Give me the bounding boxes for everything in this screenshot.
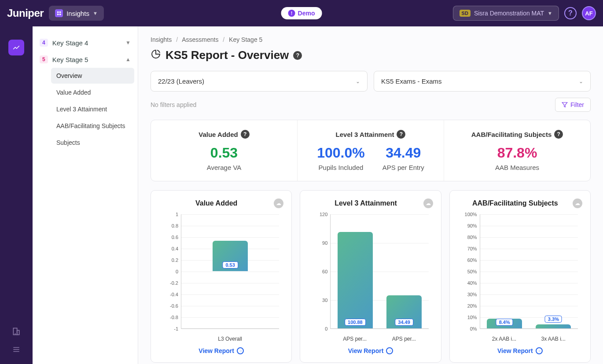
apps-icon bbox=[55, 9, 63, 17]
kpi-aab: AAB/Facilitating Subjects? 87.8% AAB Mea… bbox=[444, 120, 590, 181]
exams-value: KS5 Exams - Exams bbox=[381, 77, 442, 85]
sidebar: 4 Key Stage 4 ▼ 5 Key Stage 5 ▲ Overview… bbox=[33, 26, 138, 364]
pie-chart-icon bbox=[151, 49, 161, 62]
chevron-down-icon: ▼ bbox=[93, 11, 98, 16]
kpi-value-added: Value Added? 0.53 Average VA bbox=[151, 120, 298, 181]
chart-va-area: -1-0.8-0.6-0.4-0.200.20.40.60.810.53L3 O… bbox=[159, 214, 283, 342]
crumb-ks5: Key Stage 5 bbox=[229, 36, 262, 43]
chart-aab-title: AAB/Facilitating Subjects bbox=[458, 199, 573, 207]
kpi-va-value: 0.53 bbox=[158, 145, 290, 161]
chart-aab-area: 0%10%20%30%40%50%60%70%80%90%100%8.4%3.3… bbox=[458, 214, 582, 342]
org-badge: SD bbox=[460, 10, 471, 17]
help-icon[interactable]: ? bbox=[293, 51, 302, 60]
kpi-va-title: Value Added bbox=[199, 131, 238, 138]
chevron-down-icon: ⌄ bbox=[579, 78, 583, 85]
menu-icon[interactable] bbox=[12, 346, 20, 355]
arrow-right-icon: → bbox=[536, 347, 543, 354]
separator: / bbox=[223, 36, 224, 43]
avatar[interactable]: AF bbox=[582, 6, 596, 20]
org-name: Sisra Demonstration MAT bbox=[474, 10, 544, 17]
kpi-aps-value: 34.49 bbox=[382, 145, 424, 161]
info-icon: ! bbox=[288, 10, 295, 17]
kpi-aab-title: AAB/Facilitating Subjects bbox=[471, 131, 552, 138]
kpi-l3: Level 3 Attainment? 100.0% Pupils Includ… bbox=[298, 120, 444, 181]
no-filters-text: No filters applied bbox=[151, 101, 196, 108]
kpi-va-label: Average VA bbox=[158, 164, 290, 171]
svg-marker-5 bbox=[562, 103, 567, 107]
ks4-badge: 4 bbox=[40, 39, 48, 47]
help-icon[interactable]: ? bbox=[554, 130, 563, 139]
breadcrumb: Insights / Assessments / Key Stage 5 bbox=[151, 36, 591, 43]
sidebar-item-ks4[interactable]: 4 Key Stage 4 ▼ bbox=[36, 34, 134, 51]
main-content: Insights / Assessments / Key Stage 5 KS5… bbox=[138, 26, 603, 364]
kpi-aab-label: AAB Measures bbox=[451, 164, 583, 171]
chevron-up-icon: ▲ bbox=[125, 56, 131, 63]
ks5-label: Key Stage 5 bbox=[52, 56, 88, 63]
view-report-va[interactable]: View Report → bbox=[159, 347, 283, 354]
kpi-pupils-value: 100.0% bbox=[317, 145, 365, 161]
ks5-subnav: Overview Value Added Level 3 Attainment … bbox=[36, 68, 134, 151]
title-text: KS5 Report - Overview bbox=[165, 48, 289, 62]
help-icon[interactable]: ? bbox=[397, 130, 405, 139]
top-right: SD Sisra Demonstration MAT ▼ ? AF bbox=[453, 6, 596, 21]
chart-va-title: Value Added bbox=[159, 199, 274, 207]
help-icon[interactable]: ? bbox=[241, 130, 250, 139]
sidebar-item-aab[interactable]: AAB/Facilitating Subjects bbox=[51, 118, 134, 134]
arrow-right-icon: → bbox=[386, 347, 393, 354]
exams-select[interactable]: KS5 Exams - Exams ⌄ bbox=[374, 71, 591, 92]
separator: / bbox=[176, 36, 178, 43]
ks5-badge: 5 bbox=[40, 55, 48, 63]
kpi-aab-value: 87.8% bbox=[451, 145, 583, 161]
filter-row: No filters applied Filter bbox=[151, 98, 591, 112]
download-icon[interactable]: ☁ bbox=[423, 199, 433, 208]
cohort-select[interactable]: 22/23 (Leavers) ⌄ bbox=[151, 71, 368, 92]
filter-button[interactable]: Filter bbox=[555, 98, 591, 112]
kpi-row: Value Added? 0.53 Average VA Level 3 Att… bbox=[151, 120, 591, 181]
chart-l3-area: 0306090120100.8834.49APS per...APS per..… bbox=[308, 214, 433, 342]
cohort-value: 22/23 (Leavers) bbox=[158, 77, 204, 85]
left-rail bbox=[0, 26, 33, 364]
download-icon[interactable]: ☁ bbox=[573, 199, 582, 208]
chevron-down-icon: ⌄ bbox=[356, 78, 360, 85]
chevron-down-icon: ▼ bbox=[548, 11, 552, 16]
chart-card-aab: AAB/Facilitating Subjects ☁ 0%10%20%30%4… bbox=[449, 190, 591, 363]
sidebar-item-overview[interactable]: Overview bbox=[51, 68, 134, 84]
demo-label: Demo bbox=[298, 10, 315, 17]
sidebar-item-value-added[interactable]: Value Added bbox=[51, 85, 134, 100]
svg-rect-1 bbox=[17, 331, 19, 335]
kpi-aps-label: APS per Entry bbox=[382, 164, 424, 171]
org-dropdown[interactable]: SD Sisra Demonstration MAT ▼ bbox=[453, 6, 559, 21]
chart-row: Value Added ☁ -1-0.8-0.6-0.4-0.200.20.40… bbox=[151, 190, 591, 363]
insights-dropdown[interactable]: Insights ▼ bbox=[49, 6, 104, 21]
demo-pill[interactable]: ! Demo bbox=[281, 7, 322, 19]
crumb-assessments[interactable]: Assessments bbox=[182, 36, 218, 43]
download-icon[interactable]: ☁ bbox=[274, 199, 283, 208]
arrow-right-icon: → bbox=[237, 347, 244, 354]
kpi-pupils-label: Pupils Included bbox=[317, 164, 365, 171]
sidebar-item-subjects[interactable]: Subjects bbox=[51, 135, 134, 151]
help-button[interactable]: ? bbox=[564, 7, 577, 19]
view-report-aab[interactable]: View Report → bbox=[458, 347, 582, 354]
ks4-label: Key Stage 4 bbox=[52, 39, 88, 47]
chevron-down-icon: ▼ bbox=[125, 40, 131, 46]
chart-l3-title: Level 3 Attainment bbox=[308, 199, 423, 207]
view-report-l3[interactable]: View Report → bbox=[308, 347, 433, 354]
insights-label: Insights bbox=[66, 10, 89, 17]
filter-icon bbox=[562, 102, 568, 108]
sidebar-item-l3-attainment[interactable]: Level 3 Attainment bbox=[51, 101, 134, 117]
chart-card-va: Value Added ☁ -1-0.8-0.6-0.4-0.200.20.40… bbox=[151, 190, 292, 363]
topbar: Juniper Insights ▼ ! Demo SD Sisra Demon… bbox=[0, 0, 603, 26]
filter-label: Filter bbox=[570, 101, 584, 108]
building-icon[interactable] bbox=[12, 327, 21, 338]
analytics-icon[interactable] bbox=[8, 40, 24, 55]
kpi-l3-title: Level 3 Attainment bbox=[336, 131, 394, 138]
page-title: KS5 Report - Overview ? bbox=[151, 48, 591, 62]
chart-card-l3: Level 3 Attainment ☁ 0306090120100.8834.… bbox=[300, 190, 441, 363]
selectors: 22/23 (Leavers) ⌄ KS5 Exams - Exams ⌄ bbox=[151, 71, 591, 92]
crumb-insights[interactable]: Insights bbox=[151, 36, 172, 43]
logo: Juniper bbox=[7, 7, 44, 19]
sidebar-item-ks5[interactable]: 5 Key Stage 5 ▲ bbox=[36, 51, 134, 68]
